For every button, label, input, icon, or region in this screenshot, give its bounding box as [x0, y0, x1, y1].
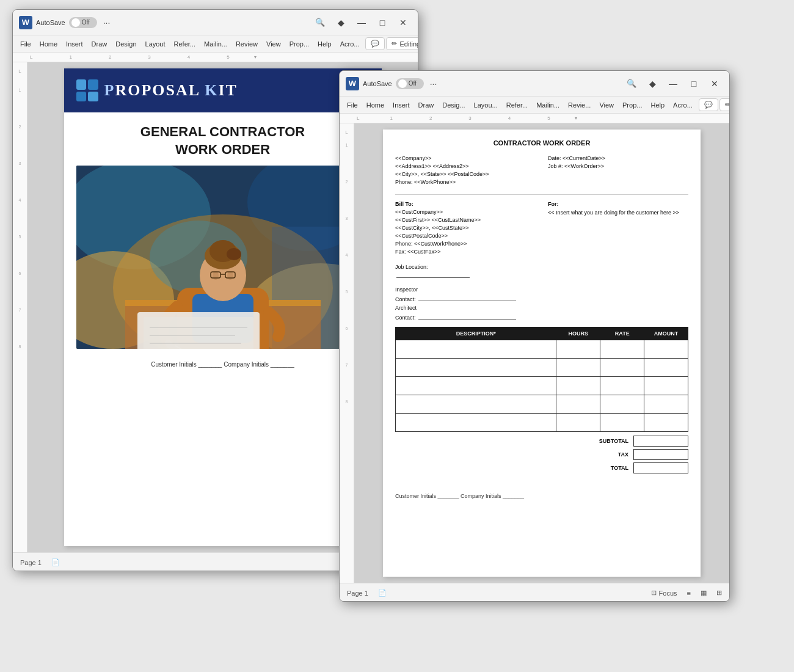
work-order-page: CONTRACTOR WORK ORDER <<Company>> <<Addr…	[383, 130, 701, 509]
wo-architect-label: Architect	[395, 305, 417, 311]
wo-contact2-underline	[418, 313, 516, 320]
wo-contact1-underline	[418, 295, 516, 301]
autosave-toggle-front[interactable]: Off	[396, 78, 424, 89]
wo-footer-initials: Customer Initials _______ Company Initia…	[395, 493, 524, 499]
menu-layout-front[interactable]: Layou...	[470, 100, 501, 111]
menu-file-back[interactable]: File	[16, 38, 35, 49]
wo-bill-phone: Phone: <<CustWorkPhone>>	[395, 241, 536, 247]
close-btn-back[interactable]: ✕	[395, 14, 412, 31]
wo-left-col: <<Company>> <<Address1>> <<Address2>> <<…	[395, 155, 536, 187]
page-icon-front: 📄	[378, 589, 387, 597]
search-box-front[interactable]: 🔍	[623, 76, 640, 91]
menu-prop-front[interactable]: Prop...	[619, 100, 646, 111]
f-ruler-mark-7: 7	[346, 362, 348, 398]
wo-hours-5	[556, 414, 600, 432]
menu-insert-back[interactable]: Insert	[62, 38, 87, 49]
ruler-mark-4: 4	[19, 197, 21, 233]
page-btn-front[interactable]: 📄	[378, 589, 387, 597]
wo-bill-label: Bill To:	[395, 201, 536, 207]
wo-desc-4	[396, 395, 556, 414]
autosave-toggle-back[interactable]: Off	[69, 17, 97, 28]
wo-hours-3	[556, 377, 600, 395]
svg-point-18	[227, 271, 233, 280]
maximize-btn-back[interactable]: □	[374, 14, 391, 31]
menu-review-back[interactable]: Review	[232, 38, 261, 49]
title-bar-front: W AutoSave Off ··· 🔍 ◆ — □ ✕	[340, 71, 729, 97]
view3-btn-front[interactable]: ⊞	[716, 589, 722, 597]
minimize-btn-back[interactable]: —	[353, 14, 370, 31]
menu-view-front[interactable]: View	[596, 100, 617, 111]
menu-acro-back[interactable]: Acro...	[337, 38, 363, 49]
wo-contact2-line: Contact:	[395, 313, 688, 321]
wo-subtotal-row: SUBTOTAL	[585, 436, 688, 447]
maximize-btn-front[interactable]: □	[685, 75, 702, 92]
wo-contact2-label: Contact:	[395, 315, 416, 321]
wo-total-box	[633, 462, 688, 473]
page-btn-back[interactable]: 📄	[51, 558, 60, 566]
toggle-knob-back	[71, 18, 80, 27]
wo-table-header-row: DESCRIPTION* HOURS RATE AMOUNT	[396, 327, 688, 340]
menu-view-back[interactable]: View	[263, 38, 285, 49]
logo-squares	[76, 79, 98, 101]
menu-mail-front[interactable]: Mailin...	[533, 100, 563, 111]
wo-col-amount: AMOUNT	[644, 327, 688, 340]
toggle-knob-front	[398, 79, 407, 88]
menu-acro-front[interactable]: Acro...	[669, 100, 696, 111]
diamond-icon-back[interactable]: ◆	[332, 14, 349, 31]
f-ruler-mark-3: 3	[346, 215, 348, 252]
table-row	[396, 377, 688, 395]
diamond-icon-front[interactable]: ◆	[644, 75, 661, 92]
menu-prop-back[interactable]: Prop...	[286, 38, 313, 49]
editing-btn-front[interactable]: ✏ Editing ›	[719, 98, 730, 111]
more-back[interactable]: ···	[101, 18, 113, 27]
menu-design-front[interactable]: Desig...	[439, 100, 468, 111]
ruler-mark-6: 6	[19, 270, 21, 307]
page-indicator-front: Page 1	[347, 590, 368, 597]
close-btn-front[interactable]: ✕	[706, 75, 723, 92]
editing-btn-back[interactable]: ✏ Editing ›	[386, 37, 418, 50]
wo-date-label: Date:	[548, 155, 561, 161]
view1-btn-front[interactable]: ≡	[687, 590, 691, 597]
search-box-back[interactable]: 🔍	[311, 15, 329, 30]
wo-job-location: Job Location:	[395, 264, 688, 279]
comment-btn-front[interactable]: 💬	[699, 98, 718, 111]
menu-mail-back[interactable]: Mailin...	[200, 38, 231, 49]
comment-btn-back[interactable]: 💬	[365, 37, 385, 50]
menu-refer-front[interactable]: Refer...	[503, 100, 531, 111]
menu-home-front[interactable]: Home	[363, 100, 388, 111]
wo-date-row: Date: <<CurrentDate>>	[548, 155, 688, 161]
focus-btn-front[interactable]: ⊡ Focus	[651, 589, 677, 597]
view2-btn-front[interactable]: ▦	[701, 589, 707, 597]
wo-table: DESCRIPTION* HOURS RATE AMOUNT	[395, 327, 688, 432]
menu-help-back[interactable]: Help	[314, 38, 335, 49]
more-front[interactable]: ···	[428, 79, 440, 89]
menu-design-back[interactable]: Design	[112, 38, 140, 49]
menu-draw-back[interactable]: Draw	[88, 38, 111, 49]
ruler-mark-5: 5	[19, 233, 21, 270]
side-ruler-front: L 1 2 3 4 5 6 7 8	[340, 123, 354, 583]
wo-desc-1	[396, 340, 556, 359]
table-row	[396, 340, 688, 359]
wo-company: <<Company>>	[395, 155, 536, 161]
wo-job-location-line	[396, 272, 470, 278]
menu-review-front[interactable]: Revie...	[564, 100, 594, 111]
pencil-icon-front: ✏	[725, 101, 730, 109]
wo-job-location-label: Job Location:	[395, 264, 688, 270]
menu-insert-front[interactable]: Insert	[389, 100, 413, 111]
word-icon-front: W	[346, 77, 359, 90]
menu-refer-back[interactable]: Refer...	[170, 38, 199, 49]
minimize-btn-front[interactable]: —	[665, 75, 682, 92]
menu-home-back[interactable]: Home	[36, 38, 61, 49]
autosave-label-back: AutoSave	[36, 19, 65, 26]
wo-amount-3	[644, 377, 688, 395]
menu-help-front[interactable]: Help	[647, 100, 668, 111]
wo-job-row: Job #: <<WorkOrder>>	[548, 163, 688, 169]
cover-header: PROPOSAL KIT	[64, 68, 382, 112]
menu-file-front[interactable]: File	[343, 100, 362, 111]
svg-point-16	[227, 248, 241, 260]
menu-draw-front[interactable]: Draw	[415, 100, 438, 111]
wo-inspector-label: Inspector	[395, 287, 418, 293]
wo-bill-postal: <<CustPostalCode>>	[395, 233, 536, 239]
wo-phone: Phone: <<WorkPhone>>	[395, 179, 536, 185]
menu-layout-back[interactable]: Layout	[142, 38, 169, 49]
